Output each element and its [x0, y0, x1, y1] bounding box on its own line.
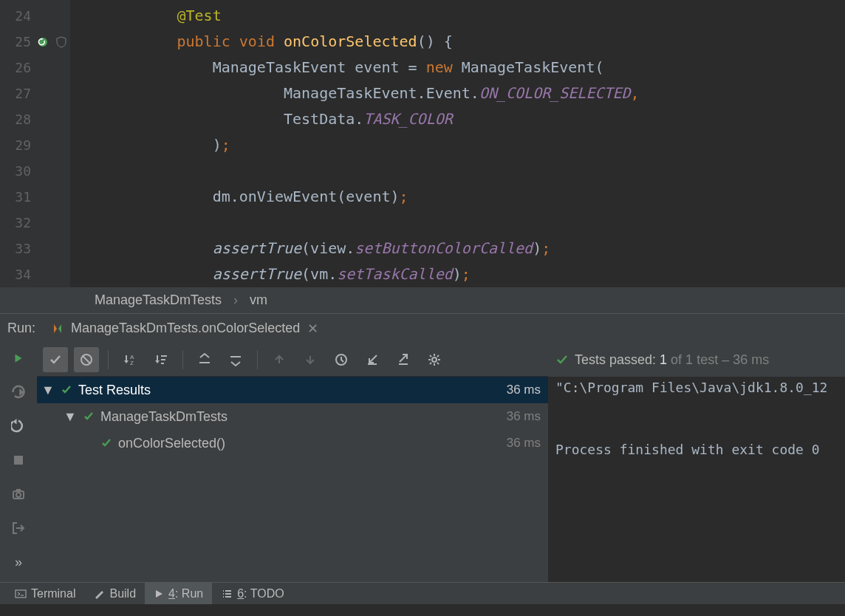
more-icon[interactable]: » [7, 551, 30, 573]
test-tree-root[interactable]: ▼ Test Results 36 ms [37, 377, 548, 403]
close-icon[interactable]: ✕ [307, 321, 318, 337]
dump-icon[interactable] [7, 483, 30, 505]
breadcrumb-item[interactable]: vm [250, 292, 267, 308]
exit-icon[interactable] [7, 517, 30, 539]
terminal-icon [15, 588, 27, 600]
gear-icon[interactable] [422, 347, 447, 372]
show-passed-toggle[interactable] [43, 347, 68, 372]
override-icon [56, 36, 66, 48]
run-config-name: ManageTaskDmTests.onColorSelected [71, 321, 300, 336]
sort-alpha-icon[interactable]: AZ [117, 347, 143, 372]
svg-rect-1 [14, 456, 23, 465]
check-icon [61, 384, 72, 396]
play-icon [154, 589, 164, 599]
stop-button[interactable] [7, 449, 30, 471]
rerun-button[interactable] [7, 347, 30, 369]
run-tool-header: Run: ManageTaskDmTests.onColorSelected ✕ [0, 313, 845, 343]
tab-build[interactable]: Build [84, 583, 145, 604]
console-output[interactable]: "C:\Program Files\Java\jdk1.8.0_12 Proce… [548, 377, 845, 582]
run-gutter-icon[interactable] [37, 36, 49, 48]
run-config-tab[interactable]: ManageTaskDmTests.onColorSelected ✕ [46, 318, 324, 340]
chevron-down-icon[interactable]: ▼ [64, 409, 77, 425]
code-editor[interactable]: 2425262728293031323334 @Test public void… [0, 0, 845, 287]
check-icon [83, 411, 95, 422]
svg-line-6 [83, 356, 90, 363]
svg-point-17 [432, 357, 437, 362]
history-icon[interactable] [329, 347, 354, 372]
test-item-label: onColorSelected() [118, 436, 225, 451]
test-suite-label: ManageTaskDmTests [100, 409, 228, 425]
breadcrumb[interactable]: ManageTaskDmTests › vm [0, 287, 845, 313]
tab-run[interactable]: 4: Run [145, 583, 212, 604]
console-line: "C:\Program Files\Java\jdk1.8.0_12 [555, 380, 827, 395]
test-duration: 36 ms [507, 436, 541, 451]
toggle-auto-test-icon[interactable] [7, 415, 30, 437]
debug-failed-icon[interactable] [7, 381, 30, 403]
next-failed-icon[interactable] [298, 347, 323, 372]
code-area[interactable]: @Test public void onColorSelected() { Ma… [70, 0, 845, 287]
export-icon[interactable] [391, 347, 416, 372]
breadcrumb-item[interactable]: ManageTaskDmTests [95, 292, 222, 308]
tab-todo[interactable]: 6: TODO [212, 583, 292, 604]
test-root-label: Test Results [78, 383, 151, 398]
check-icon [555, 353, 569, 366]
run-tool-window: » AZ [0, 343, 845, 582]
svg-text:Z: Z [130, 360, 134, 366]
check-icon [100, 437, 112, 449]
test-duration: 36 ms [507, 409, 541, 424]
import-icon[interactable] [360, 347, 385, 372]
test-toolbar: AZ [37, 343, 548, 377]
test-tree-item[interactable]: onColorSelected() 36 ms [37, 430, 548, 456]
chevron-down-icon[interactable]: ▼ [41, 383, 55, 398]
tests-passed-label: Tests passed: 1 of 1 test – 36 ms [575, 352, 769, 368]
svg-rect-18 [16, 590, 26, 598]
svg-point-3 [16, 493, 21, 497]
show-ignored-toggle[interactable] [74, 347, 99, 372]
bottom-tool-bar: Terminal Build 4: Run 6: TODO [0, 582, 845, 604]
test-status-bar: Tests passed: 1 of 1 test – 36 ms [548, 343, 845, 377]
collapse-all-icon[interactable] [223, 347, 248, 372]
run-sidebar: » [0, 343, 37, 582]
expand-all-icon[interactable] [192, 347, 217, 372]
test-tree[interactable]: ▼ Test Results 36 ms ▼ ManageTaskDmTests… [37, 377, 548, 582]
test-tree-suite[interactable]: ▼ ManageTaskDmTests 36 ms [37, 403, 548, 430]
gutter: 2425262728293031323334 [0, 0, 70, 287]
test-duration: 36 ms [507, 383, 541, 397]
chevron-right-icon: › [233, 292, 238, 308]
console-line: Process finished with exit code 0 [555, 442, 820, 457]
prev-failed-icon[interactable] [267, 347, 292, 372]
svg-rect-4 [16, 489, 21, 491]
run-label: Run: [7, 321, 35, 336]
tab-terminal[interactable]: Terminal [6, 583, 84, 604]
sort-duration-icon[interactable] [148, 347, 174, 372]
hammer-icon [93, 588, 105, 600]
list-icon [221, 588, 233, 600]
test-config-icon [52, 323, 64, 335]
